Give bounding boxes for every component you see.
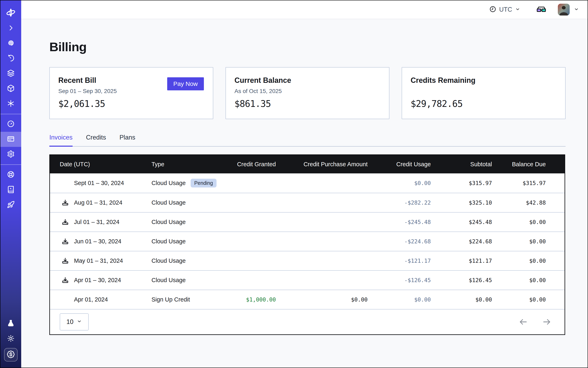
card-title: Current Balance (235, 76, 291, 85)
next-page-button[interactable] (542, 317, 552, 327)
download-invoice-button[interactable] (61, 238, 74, 245)
sidebar-item-asterisk[interactable] (0, 96, 21, 111)
credit-usage-cell: -$126.45 (368, 277, 431, 283)
settings-gear-icon (7, 150, 15, 159)
invoice-date: Aug 01 – 31, 2024 (74, 199, 122, 206)
download-invoice-button[interactable] (61, 257, 74, 265)
box-icon (7, 84, 15, 93)
card-subtitle: Sep 01 – Sep 30, 2025 (58, 88, 117, 94)
sidebar-divider (0, 165, 21, 165)
credit-usage-cell: -$245.48 (368, 219, 431, 225)
sidebar-item-billing-card[interactable] (0, 132, 21, 147)
app-window: UTC Billing Recent Bill Sep 01 – Sep 30,… (0, 0, 588, 368)
sidebar-item-flask[interactable] (0, 316, 21, 331)
chevron-down-icon (574, 7, 579, 13)
invoice-date: May 01 – 31, 2024 (74, 258, 123, 264)
invoice-row: Jun 01 – 30, 2024Cloud Usage-$224.68$224… (50, 231, 565, 251)
sidebar-item-settings-gear[interactable] (0, 147, 21, 162)
sidebar-item-life-buoy[interactable] (0, 167, 21, 182)
asterisk-icon (7, 100, 15, 108)
invoice-type: Sign Up Credit (152, 296, 190, 303)
rocket-icon (7, 201, 15, 209)
date-cell: Apr 01, 2024 (50, 296, 152, 303)
subtotal-cell: $126.45 (431, 277, 492, 283)
pay-now-button[interactable]: Pay Now (167, 77, 204, 90)
subtotal-cell: $0.00 (431, 296, 492, 303)
subtotal-cell: $224.68 (431, 238, 492, 245)
invoice-type: Cloud Usage (152, 180, 186, 186)
sidebar-item-gauge[interactable] (0, 117, 21, 132)
balance-due-cell: $0.00 (492, 238, 565, 245)
account-menu[interactable] (558, 4, 579, 16)
invoice-row: Aug 01 – 31, 2024Cloud Usage-$282.22$325… (50, 193, 565, 212)
tab-invoices[interactable]: Invoices (49, 134, 72, 146)
type-cell: Cloud UsagePending (152, 179, 233, 187)
download-invoice-button[interactable] (61, 199, 74, 207)
invoice-row: Apr 01, 2024Sign Up Credit$1,000.00$0.00… (50, 290, 565, 309)
credit-purchase-cell: $0.00 (276, 296, 368, 303)
invoice-date: Jul 01 – 31, 2024 (74, 219, 119, 225)
invoice-row: Jul 01 – 31, 2024Cloud Usage-$245.48$245… (50, 212, 565, 231)
status-badge: Pending (191, 179, 217, 187)
type-cell: Cloud Usage (152, 219, 233, 225)
invoice-row: May 01 – 31, 2024Cloud Usage-$121.17$121… (50, 251, 565, 270)
card-amount: $29,782.65 (411, 99, 463, 109)
pager (518, 317, 552, 327)
timezone-selector[interactable]: UTC (489, 6, 520, 13)
type-cell: Cloud Usage (152, 258, 233, 264)
chevron-down-icon (515, 7, 520, 13)
summary-cards: Recent Bill Sep 01 – Sep 30, 2025 $2,061… (49, 67, 588, 119)
balance-due-cell: $0.00 (492, 277, 565, 283)
main-area: UTC Billing Recent Bill Sep 01 – Sep 30,… (21, 0, 588, 368)
avatar (558, 4, 570, 16)
spiral-icon (7, 39, 15, 48)
invoice-type: Cloud Usage (152, 199, 186, 206)
previous-page-button[interactable] (518, 317, 528, 327)
life-buoy-icon (7, 171, 15, 179)
invoice-row: Apr 01 – 30, 2024Cloud Usage-$126.45$126… (50, 270, 565, 290)
3d-glasses-button[interactable] (536, 4, 546, 15)
download-invoice-button[interactable] (61, 276, 74, 284)
page-size-select[interactable]: 10 (60, 313, 89, 331)
timezone-label: UTC (499, 6, 512, 13)
sidebar-item-chevron-right[interactable] (0, 21, 21, 36)
invoice-date: Apr 01, 2024 (74, 296, 108, 303)
subtotal-cell: $325.10 (431, 200, 492, 206)
sidebar-item-rocket[interactable] (0, 197, 21, 212)
content: Billing Recent Bill Sep 01 – Sep 30, 202… (21, 19, 588, 335)
layers-icon (7, 69, 15, 78)
card-subtitle: As of Oct 15, 2025 (235, 88, 282, 94)
tab-plans[interactable]: Plans (119, 134, 135, 146)
recent-bill-card: Recent Bill Sep 01 – Sep 30, 2025 $2,061… (49, 67, 213, 119)
sidebar-item-box[interactable] (0, 81, 21, 96)
invoice-date: Jun 01 – 30, 2024 (74, 238, 121, 245)
download-invoice-button[interactable] (61, 218, 74, 226)
credit-usage-cell: -$282.22 (368, 200, 431, 206)
balance-due-cell: $0.00 (492, 296, 565, 303)
app-logo-icon[interactable] (6, 7, 16, 18)
column-header: Subtotal (431, 161, 492, 168)
column-header: Balance Due (492, 161, 565, 168)
timer-icon (7, 54, 15, 63)
clock-icon (489, 6, 496, 13)
credits-badge-button[interactable] (4, 348, 18, 361)
date-cell: May 01 – 31, 2024 (50, 257, 152, 265)
invoices-table: Date (UTC)TypeCredit GrantedCredit Purch… (49, 154, 565, 335)
credit-usage-cell: -$224.68 (368, 238, 431, 245)
invoice-type: Cloud Usage (152, 219, 186, 225)
date-cell: Apr 01 – 30, 2024 (50, 276, 152, 284)
card-amount: $861.35 (235, 99, 271, 109)
tab-credits[interactable]: Credits (86, 134, 106, 146)
page-title: Billing (49, 40, 588, 54)
column-header: Credit Usage (368, 161, 431, 168)
sidebar-item-book-sparkles[interactable] (0, 182, 21, 197)
sidebar-item-timer[interactable] (0, 51, 21, 66)
invoice-type: Cloud Usage (152, 238, 186, 245)
sidebar-item-spiral[interactable] (0, 36, 21, 51)
type-cell: Cloud Usage (152, 277, 233, 284)
date-cell: Jul 01 – 31, 2024 (50, 218, 152, 226)
dollar-badge-icon (7, 350, 15, 359)
gauge-icon (7, 120, 15, 129)
sidebar-item-sun[interactable] (0, 331, 21, 346)
sidebar-item-layers[interactable] (0, 66, 21, 81)
